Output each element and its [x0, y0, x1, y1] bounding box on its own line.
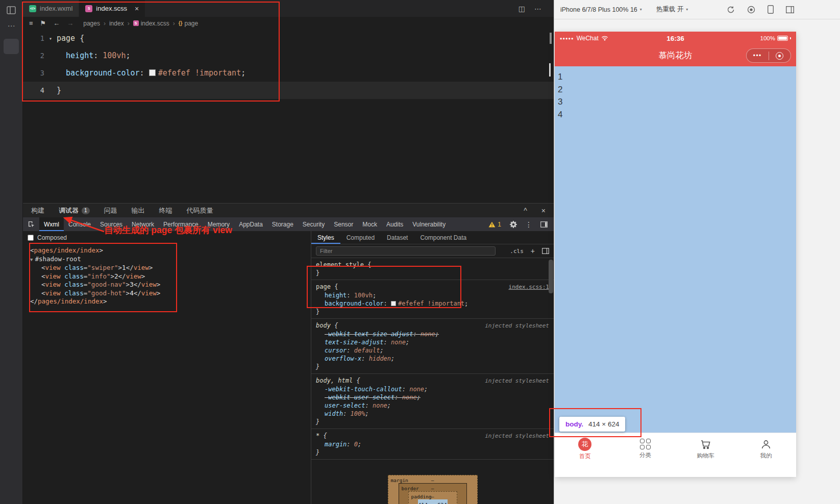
- wxml-tree-node[interactable]: <pages/index/index>: [23, 246, 311, 255]
- devtools-tab-memory[interactable]: Memory: [203, 217, 234, 231]
- tab-index-scss[interactable]: S index.scss ×: [79, 0, 145, 17]
- tab-close-icon[interactable]: ×: [135, 5, 139, 12]
- rule-source-link[interactable]: index.scss:1: [503, 283, 549, 291]
- tabbar-item-cart[interactable]: 购物车: [676, 433, 736, 464]
- miniprogram-page-body[interactable]: 1 2 3 4 body. 414 × 624: [555, 66, 796, 433]
- color-swatch[interactable]: [149, 69, 156, 76]
- tabbar-item-category[interactable]: 分类: [615, 433, 675, 464]
- wxml-tree-node[interactable]: ▼#shadow-root: [23, 255, 311, 264]
- rule-selector[interactable]: body {: [316, 321, 338, 330]
- color-swatch[interactable]: [391, 301, 396, 306]
- panel-tab-terminal[interactable]: 终端: [159, 206, 172, 215]
- inspect-element-icon[interactable]: [23, 220, 39, 228]
- box-model-margin[interactable]: margin – – – – border – –: [388, 475, 478, 504]
- activity-more-icon[interactable]: ⋯: [0, 21, 22, 31]
- style-declaration[interactable]: overflow-x: hidden;: [316, 355, 549, 363]
- split-editor-icon[interactable]: ◫: [518, 5, 525, 13]
- panel-close-icon[interactable]: ×: [541, 207, 546, 215]
- styles-sidebar-icon[interactable]: [542, 248, 549, 254]
- capsule-exit-button[interactable]: [769, 52, 791, 60]
- code-line[interactable]: 4}: [23, 82, 554, 99]
- code-line[interactable]: 2 height: 100vh;: [23, 47, 554, 64]
- style-declaration[interactable]: cursor: default;: [316, 346, 549, 355]
- rule-selector[interactable]: page {: [316, 283, 338, 291]
- capsule-more-button[interactable]: •••: [747, 53, 769, 59]
- line-number[interactable]: 2: [23, 52, 44, 60]
- devtools-tab-sensor[interactable]: Sensor: [329, 217, 358, 231]
- rule-selector[interactable]: element.style {: [316, 261, 371, 269]
- new-style-rule-icon[interactable]: +: [531, 247, 535, 255]
- devtools-tab-wxml[interactable]: Wxml: [39, 217, 64, 231]
- layout-panels-icon[interactable]: [786, 6, 794, 13]
- fold-icon[interactable]: ▾: [44, 36, 57, 41]
- devtools-tab-security[interactable]: Security: [298, 217, 329, 231]
- tab-index-wxml[interactable]: </> index.wxml: [23, 0, 79, 17]
- code-text[interactable]: }: [57, 86, 61, 95]
- sidebar-toggle-icon[interactable]: [6, 5, 16, 15]
- style-declaration[interactable]: -webkit-user-select: none;: [316, 393, 549, 401]
- activity-item[interactable]: [4, 39, 19, 54]
- styles-scrollbar[interactable]: [549, 260, 553, 293]
- record-icon[interactable]: [747, 6, 755, 14]
- style-declaration[interactable]: height: 100vh;: [316, 291, 549, 299]
- devtools-tab-mock[interactable]: Mock: [358, 217, 382, 231]
- devtools-tab-performance[interactable]: Performance: [159, 217, 203, 231]
- breadcrumb-item-symbol[interactable]: {} page: [179, 20, 199, 27]
- hot-reload-toggle[interactable]: 热重载 开 ▾: [656, 5, 688, 14]
- breadcrumb-item-pages[interactable]: pages: [83, 20, 100, 27]
- tab-dataset[interactable]: Dataset: [381, 231, 414, 244]
- expander-icon[interactable]: ▼: [30, 257, 33, 262]
- devtools-more-icon[interactable]: ⋮: [525, 220, 532, 229]
- tabbar-item-home[interactable]: 花 首页: [555, 433, 615, 464]
- code-line[interactable]: 3 background-color: #efefef !important;: [23, 64, 554, 82]
- outline-icon[interactable]: ≡: [29, 19, 33, 27]
- breadcrumb-item-file[interactable]: S index.scss: [133, 20, 169, 27]
- settings-gear-icon[interactable]: [509, 220, 517, 228]
- code-text[interactable]: background-color: #efefef !important;: [57, 68, 245, 78]
- devtools-tab-appdata[interactable]: AppData: [234, 217, 267, 231]
- styles-filter-input[interactable]: [316, 246, 496, 256]
- style-declaration[interactable]: -webkit-text-size-adjust: none;: [316, 330, 549, 338]
- device-selector[interactable]: iPhone 6/7/8 Plus 100% 16 ▾: [560, 6, 642, 13]
- panel-tab-debugger[interactable]: 调试器 1: [59, 206, 90, 215]
- tab-component-data[interactable]: Component Data: [414, 231, 473, 244]
- code-text[interactable]: page {: [57, 34, 84, 43]
- forward-icon[interactable]: →: [67, 19, 73, 27]
- style-declaration[interactable]: margin: 0;: [316, 440, 549, 448]
- wxml-tree-node[interactable]: <view class="swiper">1</view>: [23, 264, 311, 272]
- devtools-tab-network[interactable]: Network: [127, 217, 159, 231]
- rule-selector[interactable]: * {: [316, 432, 327, 440]
- rule-selector[interactable]: body, html {: [316, 376, 360, 385]
- composed-checkbox[interactable]: [28, 235, 34, 241]
- style-declaration[interactable]: text-size-adjust: none;: [316, 338, 549, 346]
- code-editor[interactable]: 1▾page {2 height: 100vh;3 background-col…: [23, 30, 554, 99]
- box-model-padding[interactable]: padding – – 414 × 624: [408, 491, 457, 504]
- line-number[interactable]: 4: [23, 86, 44, 94]
- tab-styles[interactable]: Styles: [311, 231, 340, 244]
- bookmark-icon[interactable]: ⚑: [40, 19, 46, 27]
- breadcrumb-item-index[interactable]: index: [109, 20, 124, 27]
- devtools-tab-audits[interactable]: Audits: [382, 217, 408, 231]
- wxml-tree-node[interactable]: </pages/index/index>: [23, 297, 311, 306]
- dock-side-icon[interactable]: [540, 221, 548, 228]
- wxml-tree-node[interactable]: <view class="good-nav">3</view>: [23, 281, 311, 289]
- style-declaration[interactable]: user-select: none;: [316, 401, 549, 410]
- devtools-tab-sources[interactable]: Sources: [95, 217, 127, 231]
- devtools-tab-console[interactable]: Console: [64, 217, 95, 231]
- warning-indicator[interactable]: 1: [488, 221, 501, 228]
- panel-tab-build[interactable]: 构建: [31, 206, 44, 215]
- refresh-icon[interactable]: [727, 6, 735, 14]
- code-text[interactable]: height: 100vh;: [57, 51, 131, 60]
- style-declaration[interactable]: width: 100%;: [316, 410, 549, 418]
- box-model-border[interactable]: border – – padding – – 414 × 624: [399, 483, 467, 504]
- line-number[interactable]: 1: [23, 34, 44, 42]
- toggle-class-button[interactable]: .cls: [510, 248, 524, 255]
- panel-tab-output[interactable]: 输出: [132, 206, 145, 215]
- wxml-tree-node[interactable]: <view class="info">2</view>: [23, 272, 311, 281]
- back-icon[interactable]: ←: [53, 19, 60, 27]
- panel-tab-code-quality[interactable]: 代码质量: [187, 206, 213, 215]
- panel-tab-problems[interactable]: 问题: [104, 206, 117, 215]
- tabbar-item-profile[interactable]: 我的: [736, 433, 796, 464]
- style-declaration[interactable]: background-color: #efefef !important;: [316, 299, 549, 308]
- style-declaration[interactable]: -webkit-touch-callout: none;: [316, 385, 549, 393]
